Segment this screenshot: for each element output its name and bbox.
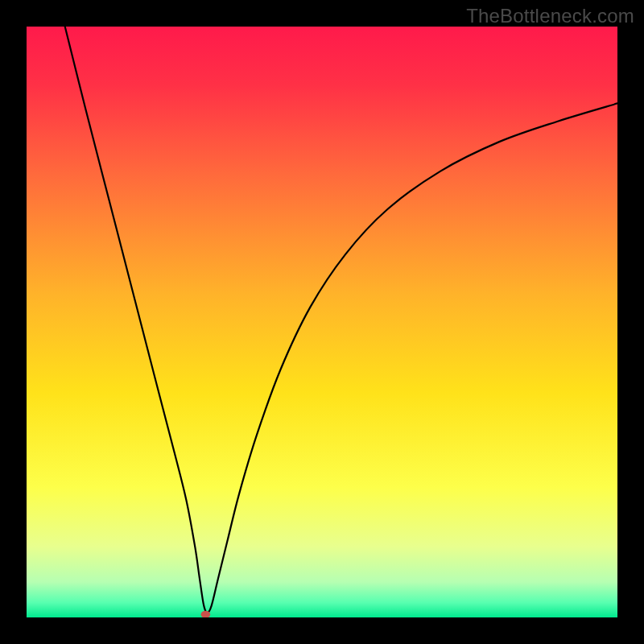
gradient-background (27, 27, 617, 617)
chart-svg (27, 27, 617, 617)
chart-frame: TheBottleneck.com (0, 0, 644, 644)
watermark-text: TheBottleneck.com (466, 5, 634, 27)
plot-area (27, 27, 617, 617)
